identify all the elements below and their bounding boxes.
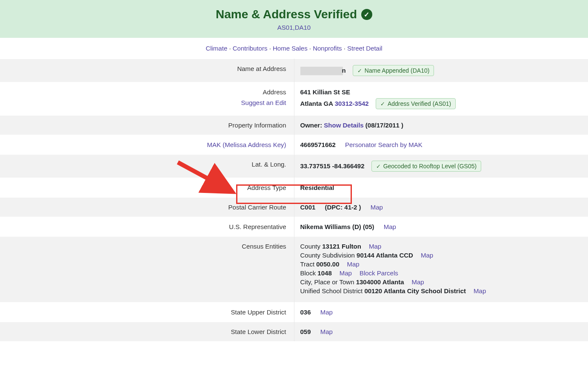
label-address-type: Address Type — [0, 178, 294, 198]
census-block: 1048 — [317, 269, 331, 277]
label-name-at-address: Name at Address — [0, 59, 294, 82]
label-state-upper: State Upper District — [0, 303, 294, 322]
state-lower-map[interactable]: Map — [320, 328, 333, 335]
row-address: Address Suggest an Edit 641 Killian St S… — [0, 82, 588, 116]
label-census: Census Entities — [0, 237, 294, 303]
row-us-rep: U.S. Representative Nikema Williams (D) … — [0, 217, 588, 237]
address-zip-link[interactable]: 30312-3542 — [335, 100, 369, 107]
owner-prefix: Owner: — [300, 122, 324, 129]
label-state-lower: State Lower District — [0, 322, 294, 342]
row-property-info: Property Information Owner: Show Details… — [0, 116, 588, 135]
latlong-value: 33.737515 -84.366492 — [300, 162, 365, 170]
census-subdivision-map[interactable]: Map — [421, 252, 433, 259]
row-address-type: Address Type Residential — [0, 178, 588, 198]
label-latlong: Lat. & Long. — [0, 155, 294, 178]
check-icon: ✓ — [376, 163, 381, 170]
address-line1: 641 Killian St SE — [300, 88, 583, 96]
census-block-map[interactable]: Map — [340, 269, 352, 277]
census-county-map[interactable]: Map — [369, 243, 381, 250]
verification-banner: Name & Address Verified ✓ AS01,DA10 — [0, 0, 588, 38]
row-census: Census Entities County 13121 FultonMap C… — [0, 237, 588, 303]
nav-street-detail[interactable]: Street Detail — [347, 45, 382, 52]
row-name-at-address: Name at Address n ✓Name Appended (DA10) — [0, 59, 588, 82]
nav-home-sales[interactable]: Home Sales — [273, 45, 308, 52]
badge-name-appended: ✓Name Appended (DA10) — [353, 65, 434, 76]
address-details-table: Name at Address n ✓Name Appended (DA10) … — [0, 59, 588, 341]
check-icon: ✓ — [357, 68, 362, 74]
census-school: 00120 Atlanta City School District — [364, 287, 466, 294]
nav-nonprofits[interactable]: Nonprofits — [313, 45, 342, 52]
label-postal-route: Postal Carrier Route — [0, 198, 294, 217]
badge-address-verified: ✓Address Verified (AS01) — [376, 98, 456, 109]
census-school-map[interactable]: Map — [474, 287, 486, 294]
label-property-info: Property Information — [0, 116, 294, 135]
mak-value: 4669571662 — [300, 141, 336, 148]
mak-label-link[interactable]: MAK (Melissa Address Key) — [207, 141, 286, 148]
census-subdivision: 90144 Atlanta CCD — [357, 252, 413, 259]
suggest-edit-link[interactable]: Suggest an Edit — [5, 99, 286, 106]
postal-route-value: C001 — [300, 204, 316, 211]
personator-search-link[interactable]: Personator Search by MAK — [345, 141, 422, 148]
title-text: Name & Address Verified — [216, 8, 357, 21]
label-address: Address — [263, 88, 286, 96]
show-details-link[interactable]: Show Details — [324, 122, 363, 129]
state-upper-value: 036 — [300, 309, 311, 316]
nav-contributors[interactable]: Contributors — [233, 45, 268, 52]
verification-codes: AS01,DA10 — [0, 24, 588, 31]
state-upper-map[interactable]: Map — [320, 309, 333, 316]
census-county: 13121 Fulton — [322, 243, 361, 250]
dpc-value: (DPC: 41-2 ) — [325, 204, 361, 211]
census-city-map[interactable]: Map — [412, 278, 424, 286]
nav-climate[interactable]: Climate — [206, 45, 227, 52]
check-circle-icon: ✓ — [361, 9, 372, 20]
codes-link[interactable]: AS01,DA10 — [277, 24, 311, 31]
check-icon: ✓ — [380, 101, 385, 107]
state-lower-value: 059 — [300, 328, 311, 335]
block-parcels-link[interactable]: Block Parcels — [360, 269, 398, 277]
census-tract-map[interactable]: Map — [347, 260, 360, 268]
postal-map-link[interactable]: Map — [371, 204, 383, 211]
census-city: 1304000 Atlanta — [356, 278, 404, 286]
name-suffix: n — [342, 67, 346, 74]
row-state-lower: State Lower District 059 Map — [0, 322, 588, 342]
row-mak: MAK (Melissa Address Key) 4669571662 Per… — [0, 135, 588, 155]
census-tract: 0050.00 — [316, 260, 339, 268]
section-nav: Climate · Contributors · Home Sales · No… — [0, 38, 588, 59]
address-city-state: Atlanta GA — [300, 100, 335, 107]
page-title: Name & Address Verified ✓ — [216, 8, 372, 21]
property-date: (08/17/2011 ) — [364, 122, 403, 129]
row-postal-route: Postal Carrier Route C001 (DPC: 41-2 ) M… — [0, 198, 588, 217]
badge-geocoded: ✓Geocoded to Rooftop Level (GS05) — [371, 161, 481, 172]
row-latlong: Lat. & Long. 33.737515 -84.366492 ✓Geoco… — [0, 155, 588, 178]
us-rep-map-link[interactable]: Map — [384, 223, 396, 230]
us-rep-value: Nikema Williams (D) (05) — [300, 223, 374, 230]
address-type-value: Residential — [300, 184, 334, 191]
redacted-name — [300, 67, 343, 75]
row-state-upper: State Upper District 036 Map — [0, 303, 588, 322]
label-us-rep: U.S. Representative — [0, 217, 294, 237]
